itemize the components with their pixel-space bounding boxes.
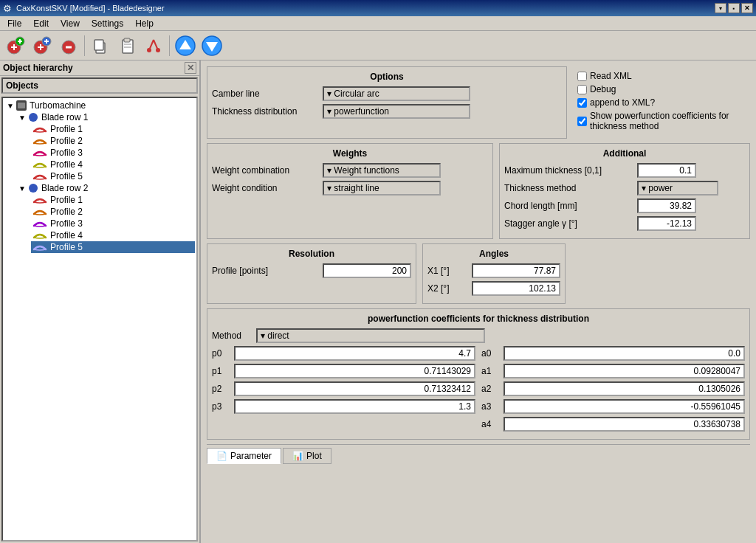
p1-input[interactable]: 0.71143029 xyxy=(234,364,475,378)
a4-input[interactable]: 0.33630738 xyxy=(504,417,745,432)
cut-button[interactable] xyxy=(141,33,166,58)
panel-header: Object hierarchy ✕ xyxy=(0,60,199,76)
menu-file[interactable]: File xyxy=(1,17,27,30)
tree-item-br1-profile-5[interactable]: Profile 5 xyxy=(31,170,195,182)
tree-item-blade-row-1[interactable]: ▼ Blade row 1 xyxy=(16,111,195,123)
chord-length-input[interactable]: 39.82 xyxy=(637,198,696,213)
p0-row: p0 4.7 xyxy=(212,346,475,361)
x2-row: X2 [°] 102.13 xyxy=(427,281,560,296)
copy-button[interactable] xyxy=(88,33,113,58)
p3-input[interactable]: 1.3 xyxy=(234,399,475,414)
debug-label: Debug xyxy=(590,84,616,94)
stagger-input[interactable]: -12.13 xyxy=(637,216,696,231)
a0-input[interactable]: 0.0 xyxy=(504,346,745,361)
tree-label-br1-p1: Profile 1 xyxy=(50,124,83,134)
x1-input[interactable]: 77.87 xyxy=(472,263,560,278)
p2-label: p2 xyxy=(212,384,234,394)
profile-icon xyxy=(32,218,47,229)
move-down-button[interactable] xyxy=(199,33,224,58)
resolution-title: Resolution xyxy=(212,249,411,259)
tree-label-br1-p2: Profile 2 xyxy=(50,136,83,146)
x2-label: X2 [°] xyxy=(427,283,472,294)
svg-point-31 xyxy=(29,184,38,193)
move-up-button[interactable] xyxy=(173,33,198,58)
tree-label-br1-p5: Profile 5 xyxy=(50,171,83,181)
tree-item-br2-profile-1[interactable]: Profile 1 xyxy=(31,194,195,206)
close-button[interactable]: ✕ xyxy=(741,3,753,13)
profile-icon xyxy=(32,171,47,181)
minimize-button[interactable]: ▾ xyxy=(715,3,726,13)
checkboxes-section: Read XML Debug append to XML? Show power… xyxy=(573,66,750,139)
angles-right-spacer xyxy=(571,243,750,304)
menu-help[interactable]: Help xyxy=(129,17,159,30)
tree-item-br1-profile-2[interactable]: Profile 2 xyxy=(31,135,195,147)
tree-item-blade-row-2[interactable]: ▼ Blade row 2 xyxy=(16,182,195,194)
stagger-row: Stagger angle γ [°] -12.13 xyxy=(504,216,745,231)
tree-item-br2-profile-2[interactable]: Profile 2 xyxy=(31,206,195,218)
a-coefficients: a0 0.0 a1 0.09280047 a2 0.1305026 a3 -0.… xyxy=(481,346,745,435)
p3-row: p3 1.3 xyxy=(212,399,475,414)
debug-checkbox[interactable] xyxy=(577,85,587,94)
bottom-tabs: 📄 Parameter 📊 Plot xyxy=(207,444,750,464)
parameter-tab[interactable]: 📄 Parameter xyxy=(207,448,281,464)
tree-item-br2-profile-5[interactable]: Profile 5 xyxy=(31,241,195,253)
thickness-method-dropdown[interactable]: ▾ power xyxy=(637,181,718,196)
resize-handle[interactable] xyxy=(196,60,199,543)
tree-item-br2-profile-4[interactable]: Profile 4 xyxy=(31,229,195,241)
append-xml-label: append to XML? xyxy=(590,97,655,108)
p2-input[interactable]: 0.71323412 xyxy=(234,381,475,396)
maximize-button[interactable]: ▪ xyxy=(728,3,740,13)
menu-edit[interactable]: Edit xyxy=(27,17,55,30)
weight-condition-dropdown[interactable]: ▾ straight line xyxy=(323,181,441,196)
svg-point-22 xyxy=(147,48,151,52)
x2-input[interactable]: 102.13 xyxy=(472,281,560,296)
menu-settings[interactable]: Settings xyxy=(86,17,129,30)
read-xml-label: Read XML xyxy=(590,71,632,81)
pf-method-dropdown[interactable]: ▾ direct xyxy=(256,328,485,343)
objects-label: Objects xyxy=(1,77,198,94)
panel-close-button[interactable]: ✕ xyxy=(185,62,196,74)
read-xml-checkbox[interactable] xyxy=(577,72,587,81)
a1-input[interactable]: 0.09280047 xyxy=(504,364,745,378)
weight-combination-dropdown[interactable]: ▾ Weight functions xyxy=(323,163,441,178)
remove-button[interactable] xyxy=(56,33,81,58)
weight-combination-row: Weight combination ▾ Weight functions xyxy=(212,163,488,178)
angles-section: Angles X1 [°] 77.87 X2 [°] 102.13 xyxy=(422,243,566,304)
append-xml-checkbox[interactable] xyxy=(577,98,587,108)
additional-title: Additional xyxy=(504,148,745,159)
a2-label: a2 xyxy=(481,384,504,394)
pf-method-row: Method ▾ direct xyxy=(212,328,745,343)
object-tree: ▼ Turbomachine ▼ Blade row 1 xyxy=(1,97,198,542)
show-pf-checkbox[interactable] xyxy=(577,117,587,126)
add-green-button[interactable] xyxy=(3,33,28,58)
tree-label-br1-p3: Profile 3 xyxy=(50,148,83,158)
thickness-dist-dropdown[interactable]: ▾ powerfunction xyxy=(323,104,470,119)
pf-method-label: Method xyxy=(212,331,256,341)
max-thickness-input[interactable]: 0.1 xyxy=(637,163,696,178)
profile-points-input[interactable]: 200 xyxy=(323,263,411,278)
a2-input[interactable]: 0.1305026 xyxy=(504,381,745,396)
menu-view[interactable]: View xyxy=(55,17,86,30)
tree-item-br2-profile-3[interactable]: Profile 3 xyxy=(31,218,195,229)
tree-item-br1-profile-3[interactable]: Profile 3 xyxy=(31,147,195,159)
blade-row-1-icon xyxy=(28,112,38,122)
p0-input[interactable]: 4.7 xyxy=(234,346,475,361)
add-blue-button[interactable] xyxy=(30,33,55,58)
max-thickness-label: Maximum thickness [0,1] xyxy=(504,165,637,176)
tree-item-turbomachine[interactable]: ▼ Turbomachine xyxy=(4,100,195,111)
camber-line-dropdown[interactable]: ▾ Circular arc xyxy=(323,86,470,101)
parameter-tab-label: Parameter xyxy=(230,451,272,461)
tree-item-br1-profile-4[interactable]: Profile 4 xyxy=(31,159,195,170)
additional-section: Additional Maximum thickness [0,1] 0.1 T… xyxy=(499,143,750,239)
tree-toggle-blade-row-2[interactable]: ▼ xyxy=(18,184,27,193)
p1-row: p1 0.71143029 xyxy=(212,364,475,378)
tree-toggle-turbomachine[interactable]: ▼ xyxy=(6,101,15,110)
tree-item-br1-profile-1[interactable]: Profile 1 xyxy=(31,123,195,135)
pf-title: powerfunction coefficients for thickness… xyxy=(212,314,745,324)
plot-tab[interactable]: 📊 Plot xyxy=(283,448,331,464)
a3-input[interactable]: -0.55961045 xyxy=(504,399,745,414)
paste-button[interactable] xyxy=(114,33,140,58)
camber-line-row: Camber line ▾ Circular arc xyxy=(212,86,562,101)
tree-toggle-blade-row-1[interactable]: ▼ xyxy=(18,113,27,122)
powerfunction-section: powerfunction coefficients for thickness… xyxy=(207,308,750,440)
